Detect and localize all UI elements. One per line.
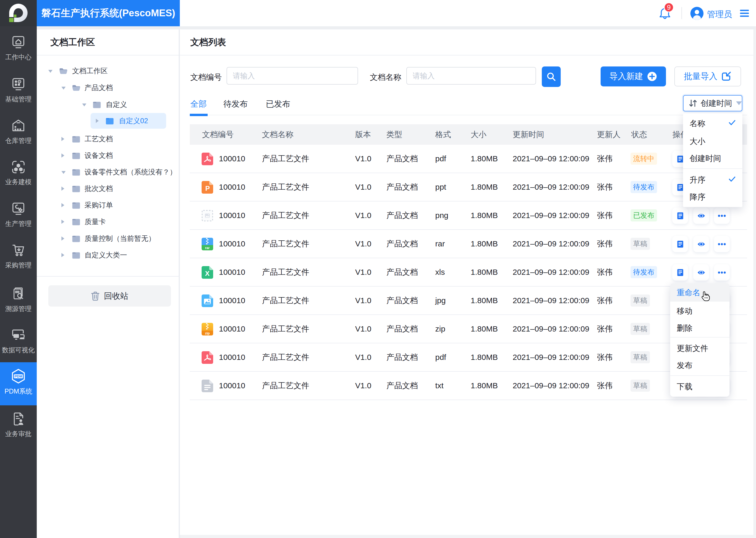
svg-text:P: P [205,185,210,192]
svg-text:PDM: PDM [15,374,22,378]
svg-text:X: X [205,270,210,277]
svg-text:rar: rar [205,246,210,250]
svg-text:zip: zip [205,331,210,335]
